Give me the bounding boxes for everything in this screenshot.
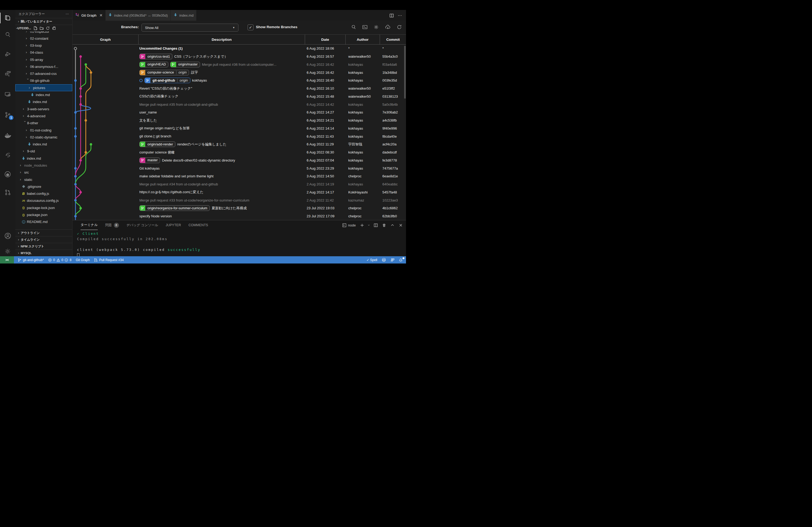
- panel-tab--[interactable]: 問題8: [105, 220, 119, 230]
- run-debug-icon[interactable]: [0, 47, 15, 61]
- show-remote-branches-checkbox[interactable]: ✓: [248, 25, 253, 30]
- commit-row[interactable]: https://.co.jpをhttps://github.comに変えた2 A…: [73, 189, 406, 196]
- branch-badge-origin-head[interactable]: origin/HEAD: [139, 62, 168, 67]
- new-file-icon[interactable]: [33, 26, 38, 30]
- notifications-bell-icon[interactable]: [396, 256, 405, 264]
- commit-row[interactable]: masterDelete docs/8-other/02-static-dyna…: [73, 156, 406, 165]
- tree-file-index-md[interactable]: index.md: [15, 155, 72, 162]
- commit-row[interactable]: origin/add-renderrenderのページを編集しました6 Aug …: [73, 140, 406, 148]
- col-author[interactable]: Author: [346, 35, 380, 44]
- maximize-panel-icon[interactable]: [390, 223, 394, 227]
- branch-badge-git-and-github[interactable]: git-and-githuborigin: [144, 77, 190, 83]
- npm-scripts-section[interactable]: ›NPM スクリプト: [15, 243, 72, 250]
- tree-folder-8-other[interactable]: ›8-other: [15, 120, 72, 127]
- tree-folder-src[interactable]: ›src: [15, 169, 72, 176]
- tree-file-index-md[interactable]: index.md: [15, 91, 72, 98]
- col-description[interactable]: Description: [139, 35, 305, 44]
- editor-more-icon[interactable]: ⋯: [398, 13, 402, 18]
- commit-row[interactable]: computer science 俯瞰6 Aug 2022 08:30kokha…: [73, 148, 406, 156]
- remote-explorer-icon[interactable]: [0, 87, 15, 101]
- close-panel-icon[interactable]: [399, 223, 403, 227]
- panel-tab-jupyter[interactable]: JUPYTER: [166, 220, 181, 230]
- tree-folder-9-old[interactable]: ›9-old: [15, 148, 72, 155]
- terminal-icon[interactable]: [362, 24, 368, 30]
- tab-index-md-1[interactable]: index.md (003fe35d^ ↔ 003fe35d): [105, 10, 171, 21]
- extensions-icon[interactable]: [0, 67, 15, 81]
- tree-file-package-lock-json[interactable]: {}package-lock.json: [15, 204, 72, 211]
- tree-file-index-md[interactable]: index.md: [15, 140, 72, 148]
- split-terminal-icon[interactable]: [374, 223, 378, 227]
- remote-indicator[interactable]: ><: [0, 256, 14, 264]
- commit-row[interactable]: make sidebar foldable and set prism them…: [73, 172, 406, 180]
- tree-folder-3-web-servers[interactable]: ›3-web-servers: [15, 105, 72, 112]
- branch-indicator[interactable]: git-and-github*: [16, 256, 46, 264]
- problems-indicator[interactable]: 0 0 8: [46, 256, 74, 264]
- tree-file-docusaurus-config-js[interactable]: JSdocusaurus.config.js: [15, 197, 72, 204]
- refresh-explorer-icon[interactable]: [46, 26, 50, 30]
- git-graph-status-item[interactable]: Git Graph: [74, 256, 92, 264]
- branch-badge-computer-science[interactable]: computer-scienceorigin: [139, 70, 189, 75]
- find-commit-icon[interactable]: [351, 24, 357, 30]
- kill-terminal-icon[interactable]: [382, 223, 386, 227]
- branch-badge-origin-add-render[interactable]: origin/add-render: [139, 141, 175, 147]
- commit-row[interactable]: origin/reorganize-for-summer-curriculum夏…: [73, 204, 406, 212]
- tree-folder-01-not-coding[interactable]: ›01-not-coding: [15, 127, 72, 134]
- tree-folder-pictures[interactable]: ›pictures: [15, 84, 72, 91]
- terminal-output[interactable]: ✓ Client Compiled successfully in 202.08…: [77, 231, 403, 256]
- commit-row[interactable]: Git kokhayas5 Aug 2022 23:29kokhayas7475…: [73, 164, 406, 172]
- open-editors-section[interactable]: ›開いているエディター: [15, 18, 72, 25]
- commit-row[interactable]: git-and-githuboriginkokhayas6 Aug 2022 1…: [73, 76, 406, 85]
- tab-git-graph[interactable]: Git Graph✕: [73, 10, 105, 21]
- commit-row[interactable]: computer-scienceorigin誤字6 Aug 2022 16:42…: [73, 69, 406, 76]
- gear-icon[interactable]: [373, 24, 379, 30]
- commit-row[interactable]: Revert "CSSの節の画像チェック"6 Aug 2022 16:10wat…: [73, 85, 406, 93]
- commit-row[interactable]: Merge pull request #35 from ut-code/git-…: [73, 100, 406, 108]
- panel-tab-comments[interactable]: COMMENTS: [188, 220, 208, 230]
- tree-folder-4-advanced[interactable]: ›4-advanced: [15, 112, 72, 119]
- col-commit[interactable]: Commit: [380, 35, 406, 44]
- copilot-icon[interactable]: [379, 256, 388, 264]
- tree-folder-07-advanced-css[interactable]: ›07-advanced-css: [15, 70, 72, 77]
- timeline-section[interactable]: ›タイムライン: [15, 236, 72, 243]
- terminal-dropdown-icon[interactable]: ›: [367, 225, 371, 226]
- tree-folder-static[interactable]: ›static: [15, 176, 72, 183]
- search-icon[interactable]: [0, 28, 15, 42]
- refresh-icon[interactable]: [396, 24, 402, 30]
- terminal-instance[interactable]: node: [342, 223, 356, 227]
- tree-folder-01-inspector[interactable]: ›01-inspector: [15, 31, 72, 35]
- commit-row[interactable]: Merge pull request #34 from ut-code/git-…: [73, 180, 406, 189]
- new-folder-icon[interactable]: [40, 26, 44, 30]
- collapse-all-icon[interactable]: [52, 26, 56, 30]
- tree-folder-06-anonymous-f-[interactable]: ›06-anonymous-f...: [15, 63, 72, 70]
- col-graph[interactable]: Graph: [73, 35, 139, 44]
- feedback-icon[interactable]: [388, 256, 396, 264]
- explorer-icon[interactable]: [0, 11, 15, 25]
- commit-row[interactable]: git cloneとgit branch6 Aug 2022 11:43kokh…: [73, 132, 406, 140]
- curved-arrow-extension-icon[interactable]: [0, 148, 15, 162]
- outline-section[interactable]: ›アウトライン: [15, 229, 72, 236]
- sidebar-more-icon[interactable]: ⋯: [66, 12, 69, 16]
- tree-file-readme-md[interactable]: README.md: [15, 219, 72, 225]
- source-control-icon[interactable]: 1: [0, 108, 15, 122]
- commit-row[interactable]: 文を直した6 Aug 2022 14:21kokhayasa4c538fb: [73, 117, 406, 124]
- commit-row[interactable]: Merge pull request #33 from ut-code/reor…: [73, 196, 406, 204]
- commit-row[interactable]: CSSの節の画像チェック6 Aug 2022 15:48waterwalker5…: [73, 93, 406, 101]
- commit-row[interactable]: user_name6 Aug 2022 14:27kokhayas7e306ab…: [73, 108, 406, 117]
- tree-folder-08-git-github[interactable]: ›08-git-github: [15, 77, 72, 84]
- tree-file-index-md[interactable]: index.md: [15, 99, 72, 105]
- split-editor-icon[interactable]: [389, 13, 394, 18]
- branch-badge-master[interactable]: master: [139, 157, 160, 163]
- close-icon[interactable]: ✕: [99, 13, 103, 17]
- branches-dropdown[interactable]: Show All ▼: [142, 24, 238, 32]
- github-icon[interactable]: [0, 167, 15, 181]
- col-date[interactable]: Date: [305, 35, 346, 44]
- tree-folder-03-loop[interactable]: ›03-loop: [15, 42, 72, 49]
- tree-folder-05-array[interactable]: ›05-array: [15, 56, 72, 63]
- panel-tab--[interactable]: デバッグ コンソール: [127, 220, 158, 230]
- tree-file-package-json[interactable]: {}package.json: [15, 211, 72, 218]
- tree-folder-node-modules[interactable]: ›node_modules: [15, 162, 72, 169]
- pull-request-status-item[interactable]: Pull Request #34: [92, 256, 126, 264]
- tree-file-babel-config-js[interactable]: Bbabel.config.js: [15, 190, 72, 197]
- panel-tab--[interactable]: ターミナル: [81, 220, 98, 230]
- spell-checker-item[interactable]: ✓ Spell: [364, 256, 379, 264]
